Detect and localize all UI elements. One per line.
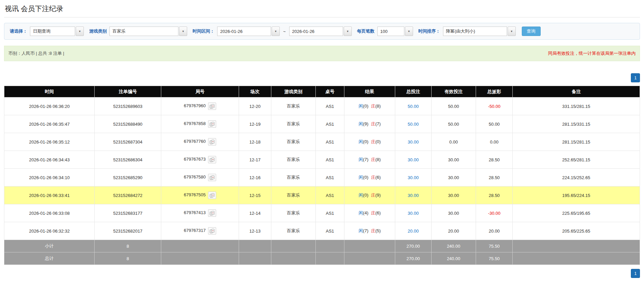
total-bet-link[interactable]: 30.00 bbox=[408, 139, 419, 145]
search-button[interactable]: 查询 bbox=[522, 27, 541, 36]
total-label: 总计 bbox=[4, 252, 95, 265]
cell-time: 2026-01-26 06:34:43 bbox=[4, 151, 95, 169]
cell-result: 闲(4) 庄(6) bbox=[344, 204, 395, 222]
payout-value: 28.50 bbox=[489, 193, 500, 198]
cell-result: 闲(0) 庄(8) bbox=[344, 97, 395, 115]
chevron-down-icon[interactable]: ▼ bbox=[76, 27, 84, 36]
cell-game-type: 百家乐 bbox=[271, 187, 315, 204]
table-row: 2026-01-26 06:35:12 523152687304 6797677… bbox=[4, 133, 640, 151]
chevron-down-icon[interactable]: ▼ bbox=[344, 27, 352, 36]
banker-result-label: 庄 bbox=[371, 228, 375, 233]
cell-total-bet: 30.00 bbox=[395, 187, 432, 204]
col-header-game-type: 游戏类别 bbox=[271, 86, 315, 97]
date-to-input[interactable] bbox=[289, 27, 343, 36]
banker-result-score: (9) bbox=[375, 193, 381, 198]
player-result-score: (7) bbox=[363, 157, 368, 162]
cell-game-type: 百家乐 bbox=[271, 151, 315, 169]
cell-bet-id: 523152687304 bbox=[95, 133, 161, 151]
cell-valid-bet: 0.00 bbox=[431, 133, 476, 151]
chevron-down-icon[interactable]: ▼ bbox=[508, 27, 516, 36]
cell-time: 2026-01-26 06:33:08 bbox=[4, 204, 95, 222]
cell-total-bet: 30.00 bbox=[395, 133, 432, 151]
game-type-input[interactable] bbox=[109, 27, 178, 36]
game-type-combo: ▼ bbox=[109, 27, 187, 36]
header-row: 时间 注单编号 局号 场次 游戏类别 桌号 结果 总投注 有效投注 总派彩 备注 bbox=[4, 86, 640, 97]
cell-result: 闲(0) 庄(6) bbox=[344, 169, 395, 187]
payout-value: 28.50 bbox=[489, 157, 500, 162]
chevron-down-icon[interactable]: ▼ bbox=[405, 27, 413, 36]
round-detail-cards-icon[interactable] bbox=[208, 103, 216, 110]
round-detail-cards-icon[interactable] bbox=[208, 174, 216, 181]
page-button-1[interactable]: 1 bbox=[631, 269, 640, 278]
payout-value: 20.00 bbox=[489, 229, 500, 234]
cell-round: 679767858 bbox=[161, 115, 239, 133]
chevron-down-icon[interactable]: ▼ bbox=[179, 27, 187, 36]
cell-remark: 205.65/225.65 bbox=[513, 222, 640, 240]
page-title: 视讯 会员下注纪录 bbox=[4, 0, 640, 17]
total-payout: 75.50 bbox=[476, 252, 513, 265]
col-header-remark: 备注 bbox=[513, 86, 640, 97]
subtotal-label: 小计 bbox=[4, 240, 95, 252]
empty-cell bbox=[513, 240, 640, 252]
player-result-score: (7) bbox=[363, 228, 368, 233]
cell-total-bet: 50.00 bbox=[395, 97, 432, 115]
cell-valid-bet: 50.00 bbox=[431, 115, 476, 133]
empty-cell bbox=[344, 252, 395, 265]
cell-time: 2026-01-26 06:35:47 bbox=[4, 115, 95, 133]
total-row: 总计 8 270.00 240.00 75.50 bbox=[4, 252, 640, 265]
cell-table-no: AS1 bbox=[316, 151, 344, 169]
player-result-label: 闲 bbox=[359, 104, 363, 109]
summary-bar: 币别：人民币 | 总共 :8 注单 | 同局有效投注，统一计算在该局第一张注单内 bbox=[4, 46, 640, 61]
total-bet-link[interactable]: 30.00 bbox=[408, 193, 419, 198]
total-bet-link[interactable]: 50.00 bbox=[408, 122, 419, 127]
empty-cell bbox=[271, 240, 315, 252]
round-detail-cards-icon[interactable] bbox=[208, 209, 216, 217]
page-size-input[interactable] bbox=[377, 27, 404, 36]
total-bet-link[interactable]: 20.00 bbox=[408, 229, 419, 234]
page-button-1[interactable]: 1 bbox=[631, 73, 640, 82]
total-valid-bet: 240.00 bbox=[431, 252, 476, 265]
cell-valid-bet: 30.00 bbox=[431, 204, 476, 222]
cell-bet-id: 523152688490 bbox=[95, 115, 161, 133]
round-detail-cards-icon[interactable] bbox=[208, 120, 216, 128]
round-detail-cards-icon[interactable] bbox=[208, 138, 216, 146]
banker-result-label: 庄 bbox=[371, 157, 375, 162]
col-header-total-bet: 总投注 bbox=[395, 86, 432, 97]
time-sort-combo: ▼ bbox=[443, 27, 516, 36]
cell-round: 679767413 bbox=[161, 204, 239, 222]
cell-total-bet: 30.00 bbox=[395, 169, 432, 187]
cell-time: 2026-01-26 06:34:10 bbox=[4, 169, 95, 187]
payout-value: 0.00 bbox=[490, 139, 498, 145]
total-bet-link[interactable]: 30.00 bbox=[408, 157, 419, 162]
player-result-label: 闲 bbox=[359, 210, 363, 215]
payout-value: 50.00 bbox=[489, 122, 500, 127]
cell-session: 12-20 bbox=[239, 97, 271, 115]
player-result-score: (0) bbox=[363, 193, 368, 198]
cell-payout: -30.00 bbox=[476, 204, 513, 222]
total-bet-link[interactable]: 50.00 bbox=[408, 104, 419, 109]
time-range-label: 时间区间： bbox=[193, 28, 214, 34]
round-detail-cards-icon[interactable] bbox=[208, 156, 216, 163]
empty-cell bbox=[239, 240, 271, 252]
summary-currency-count: 币别：人民币 | 总共 :8 注单 | bbox=[8, 50, 64, 56]
time-sort-input[interactable] bbox=[443, 27, 507, 36]
chevron-down-icon[interactable]: ▼ bbox=[272, 27, 280, 36]
total-bet-link[interactable]: 30.00 bbox=[408, 175, 419, 180]
total-bet-link[interactable]: 30.00 bbox=[408, 211, 419, 216]
empty-cell bbox=[316, 252, 344, 265]
col-header-table-no: 桌号 bbox=[316, 86, 344, 97]
total-count: 8 bbox=[95, 252, 161, 265]
cell-remark: 331.15/281.15 bbox=[513, 97, 640, 115]
cell-result: 闲(9) 庄(7) bbox=[344, 115, 395, 133]
player-result-label: 闲 bbox=[359, 193, 363, 198]
cell-time: 2026-01-26 06:33:41 bbox=[4, 187, 95, 204]
select-type-input[interactable] bbox=[30, 27, 75, 36]
cell-round: 679767580 bbox=[161, 169, 239, 187]
cell-payout: -50.00 bbox=[476, 97, 513, 115]
table-row: 2026-01-26 06:33:08 523152683177 6797674… bbox=[4, 204, 640, 222]
cell-total-bet: 50.00 bbox=[395, 115, 432, 133]
cell-table-no: AS1 bbox=[316, 133, 344, 151]
date-from-input[interactable] bbox=[217, 27, 271, 36]
round-detail-cards-icon[interactable] bbox=[208, 227, 216, 235]
round-detail-cards-icon[interactable] bbox=[208, 192, 216, 199]
